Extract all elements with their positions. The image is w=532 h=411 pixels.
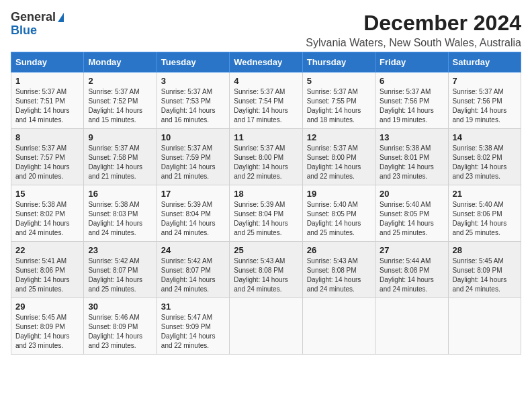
subtitle: Sylvania Waters, New South Wales, Austra… <box>306 37 521 49</box>
weekday-header: Thursday <box>302 52 375 73</box>
calendar-cell: 14Sunrise: 5:38 AM Sunset: 8:02 PM Dayli… <box>448 129 521 185</box>
day-number: 4 <box>234 76 298 86</box>
calendar-cell: 24Sunrise: 5:42 AM Sunset: 8:07 PM Dayli… <box>157 242 229 298</box>
calendar-cell: 21Sunrise: 5:40 AM Sunset: 8:06 PM Dayli… <box>448 185 521 242</box>
day-detail: Sunrise: 5:37 AM Sunset: 7:55 PM Dayligh… <box>307 87 371 125</box>
calendar-cell: 27Sunrise: 5:44 AM Sunset: 8:08 PM Dayli… <box>375 242 448 298</box>
day-detail: Sunrise: 5:47 AM Sunset: 9:09 PM Dayligh… <box>161 313 225 351</box>
calendar-cell: 23Sunrise: 5:42 AM Sunset: 8:07 PM Dayli… <box>84 242 157 298</box>
day-detail: Sunrise: 5:37 AM Sunset: 7:53 PM Dayligh… <box>161 87 225 125</box>
calendar-cell: 10Sunrise: 5:37 AM Sunset: 7:59 PM Dayli… <box>157 129 229 185</box>
day-number: 19 <box>307 189 371 199</box>
calendar-cell: 13Sunrise: 5:38 AM Sunset: 8:01 PM Dayli… <box>375 129 448 185</box>
calendar-cell: 5Sunrise: 5:37 AM Sunset: 7:55 PM Daylig… <box>302 73 375 129</box>
day-number: 14 <box>453 132 517 142</box>
day-number: 8 <box>15 132 79 142</box>
calendar-cell: 15Sunrise: 5:38 AM Sunset: 8:02 PM Dayli… <box>11 185 84 242</box>
day-number: 13 <box>380 132 443 142</box>
calendar-week-row: 22Sunrise: 5:41 AM Sunset: 8:06 PM Dayli… <box>11 242 521 298</box>
day-detail: Sunrise: 5:41 AM Sunset: 8:06 PM Dayligh… <box>15 257 79 294</box>
day-number: 12 <box>307 132 371 142</box>
day-detail: Sunrise: 5:40 AM Sunset: 8:06 PM Dayligh… <box>453 200 517 238</box>
calendar-cell <box>448 298 521 355</box>
day-number: 10 <box>161 132 225 142</box>
day-number: 3 <box>161 76 225 86</box>
weekday-header-row: SundayMondayTuesdayWednesdayThursdayFrid… <box>11 52 521 73</box>
calendar-cell: 28Sunrise: 5:45 AM Sunset: 8:09 PM Dayli… <box>448 242 521 298</box>
weekday-header: Monday <box>84 52 157 73</box>
day-detail: Sunrise: 5:38 AM Sunset: 8:02 PM Dayligh… <box>453 144 517 181</box>
calendar-cell: 25Sunrise: 5:43 AM Sunset: 8:08 PM Dayli… <box>230 242 302 298</box>
calendar-table: SundayMondayTuesdayWednesdayThursdayFrid… <box>11 52 521 355</box>
day-detail: Sunrise: 5:37 AM Sunset: 8:00 PM Dayligh… <box>234 144 298 181</box>
calendar-cell: 6Sunrise: 5:37 AM Sunset: 7:56 PM Daylig… <box>375 73 448 129</box>
day-number: 5 <box>307 76 371 86</box>
calendar-cell: 22Sunrise: 5:41 AM Sunset: 8:06 PM Dayli… <box>11 242 84 298</box>
calendar-cell: 16Sunrise: 5:38 AM Sunset: 8:03 PM Dayli… <box>84 185 157 242</box>
calendar-cell: 11Sunrise: 5:37 AM Sunset: 8:00 PM Dayli… <box>230 129 302 185</box>
weekday-header: Tuesday <box>157 52 229 73</box>
day-detail: Sunrise: 5:37 AM Sunset: 7:54 PM Dayligh… <box>234 87 298 125</box>
day-number: 20 <box>380 189 443 199</box>
calendar-cell: 8Sunrise: 5:37 AM Sunset: 7:57 PM Daylig… <box>11 129 84 185</box>
day-number: 29 <box>15 302 79 312</box>
calendar-cell: 17Sunrise: 5:39 AM Sunset: 8:04 PM Dayli… <box>157 185 229 242</box>
weekday-header: Wednesday <box>230 52 302 73</box>
day-number: 28 <box>453 245 517 255</box>
day-number: 15 <box>15 189 79 199</box>
calendar-cell: 26Sunrise: 5:43 AM Sunset: 8:08 PM Dayli… <box>302 242 375 298</box>
day-detail: Sunrise: 5:37 AM Sunset: 7:52 PM Dayligh… <box>88 87 152 125</box>
calendar-cell: 7Sunrise: 5:37 AM Sunset: 7:56 PM Daylig… <box>448 73 521 129</box>
day-detail: Sunrise: 5:42 AM Sunset: 8:07 PM Dayligh… <box>161 257 225 294</box>
day-number: 1 <box>15 76 79 86</box>
calendar-cell: 31Sunrise: 5:47 AM Sunset: 9:09 PM Dayli… <box>157 298 229 355</box>
day-detail: Sunrise: 5:45 AM Sunset: 8:09 PM Dayligh… <box>453 257 517 294</box>
calendar-cell <box>230 298 302 355</box>
day-detail: Sunrise: 5:37 AM Sunset: 8:00 PM Dayligh… <box>307 144 371 181</box>
day-number: 23 <box>88 245 152 255</box>
day-number: 11 <box>234 132 298 142</box>
day-detail: Sunrise: 5:39 AM Sunset: 8:04 PM Dayligh… <box>234 200 298 238</box>
calendar-cell: 19Sunrise: 5:40 AM Sunset: 8:05 PM Dayli… <box>302 185 375 242</box>
day-detail: Sunrise: 5:38 AM Sunset: 8:02 PM Dayligh… <box>15 200 79 238</box>
calendar-week-row: 8Sunrise: 5:37 AM Sunset: 7:57 PM Daylig… <box>11 129 521 185</box>
calendar-cell: 30Sunrise: 5:46 AM Sunset: 8:09 PM Dayli… <box>84 298 157 355</box>
calendar-week-row: 1Sunrise: 5:37 AM Sunset: 7:51 PM Daylig… <box>11 73 521 129</box>
calendar-week-row: 29Sunrise: 5:45 AM Sunset: 8:09 PM Dayli… <box>11 298 521 355</box>
day-detail: Sunrise: 5:37 AM Sunset: 7:51 PM Dayligh… <box>15 87 79 125</box>
calendar-cell: 20Sunrise: 5:40 AM Sunset: 8:05 PM Dayli… <box>375 185 448 242</box>
day-number: 25 <box>234 245 298 255</box>
calendar-cell: 2Sunrise: 5:37 AM Sunset: 7:52 PM Daylig… <box>84 73 157 129</box>
calendar-cell <box>302 298 375 355</box>
calendar-cell: 4Sunrise: 5:37 AM Sunset: 7:54 PM Daylig… <box>230 73 302 129</box>
day-number: 24 <box>161 245 225 255</box>
day-number: 9 <box>88 132 152 142</box>
day-number: 6 <box>380 76 443 86</box>
calendar-cell: 3Sunrise: 5:37 AM Sunset: 7:53 PM Daylig… <box>157 73 229 129</box>
day-detail: Sunrise: 5:40 AM Sunset: 8:05 PM Dayligh… <box>380 200 443 238</box>
calendar-cell: 1Sunrise: 5:37 AM Sunset: 7:51 PM Daylig… <box>11 73 84 129</box>
logo-arrow-icon <box>58 13 64 22</box>
day-detail: Sunrise: 5:37 AM Sunset: 7:56 PM Dayligh… <box>380 87 443 125</box>
weekday-header: Sunday <box>11 52 84 73</box>
calendar-cell: 9Sunrise: 5:37 AM Sunset: 7:58 PM Daylig… <box>84 129 157 185</box>
day-number: 22 <box>15 245 79 255</box>
day-detail: Sunrise: 5:38 AM Sunset: 8:03 PM Dayligh… <box>88 200 152 238</box>
page-header: General Blue December 2024 Sylvania Wate… <box>11 11 521 49</box>
day-number: 2 <box>88 76 152 86</box>
day-number: 7 <box>453 76 517 86</box>
weekday-header: Saturday <box>448 52 521 73</box>
day-number: 26 <box>307 245 371 255</box>
logo-general-text: General <box>11 10 56 24</box>
title-block: December 2024 Sylvania Waters, New South… <box>306 11 521 49</box>
day-number: 27 <box>380 245 443 255</box>
day-number: 16 <box>88 189 152 199</box>
day-number: 18 <box>234 189 298 199</box>
day-detail: Sunrise: 5:44 AM Sunset: 8:08 PM Dayligh… <box>380 257 443 294</box>
calendar-cell: 12Sunrise: 5:37 AM Sunset: 8:00 PM Dayli… <box>302 129 375 185</box>
day-detail: Sunrise: 5:42 AM Sunset: 8:07 PM Dayligh… <box>88 257 152 294</box>
day-detail: Sunrise: 5:37 AM Sunset: 7:58 PM Dayligh… <box>88 144 152 181</box>
day-detail: Sunrise: 5:38 AM Sunset: 8:01 PM Dayligh… <box>380 144 443 181</box>
day-detail: Sunrise: 5:46 AM Sunset: 8:09 PM Dayligh… <box>88 313 152 351</box>
calendar-cell: 29Sunrise: 5:45 AM Sunset: 8:09 PM Dayli… <box>11 298 84 355</box>
